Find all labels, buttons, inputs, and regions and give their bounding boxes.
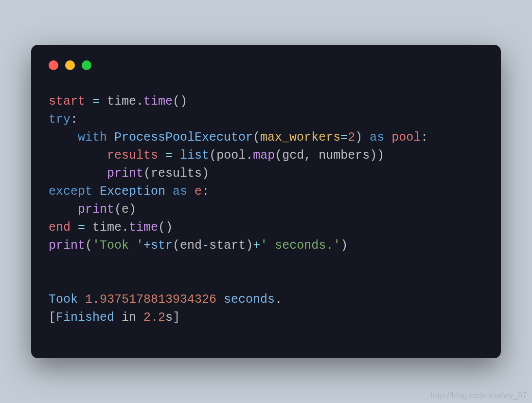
- code-line-7: print(e): [49, 202, 136, 217]
- output-line-1: Took 1.9375178813934326 seconds.: [49, 293, 282, 307]
- fullscreen-icon[interactable]: [82, 60, 91, 70]
- traffic-lights: [49, 60, 483, 70]
- code-block: start = time.time() try: with ProcessPoo…: [49, 92, 483, 327]
- code-line-3: with ProcessPoolExecutor(max_workers=2) …: [49, 130, 428, 145]
- watermark-text: http://blog.csdn.net/wy_97: [430, 391, 527, 400]
- code-line-6: except Exception as e:: [49, 184, 209, 199]
- minimize-icon[interactable]: [65, 60, 75, 70]
- close-icon[interactable]: [49, 60, 58, 70]
- code-line-5: print(results): [49, 166, 209, 181]
- code-line-1: start = time.time(): [49, 94, 187, 109]
- code-line-9: print('Took '+str(end-start)+' seconds.'…: [49, 238, 348, 253]
- code-line-8: end = time.time(): [49, 220, 173, 235]
- code-line-2: try:: [49, 112, 78, 127]
- code-line-4: results = list(pool.map(gcd, numbers)): [49, 148, 384, 163]
- code-window: start = time.time() try: with ProcessPoo…: [31, 45, 501, 358]
- output-line-2: [Finished in 2.2s]: [49, 311, 180, 325]
